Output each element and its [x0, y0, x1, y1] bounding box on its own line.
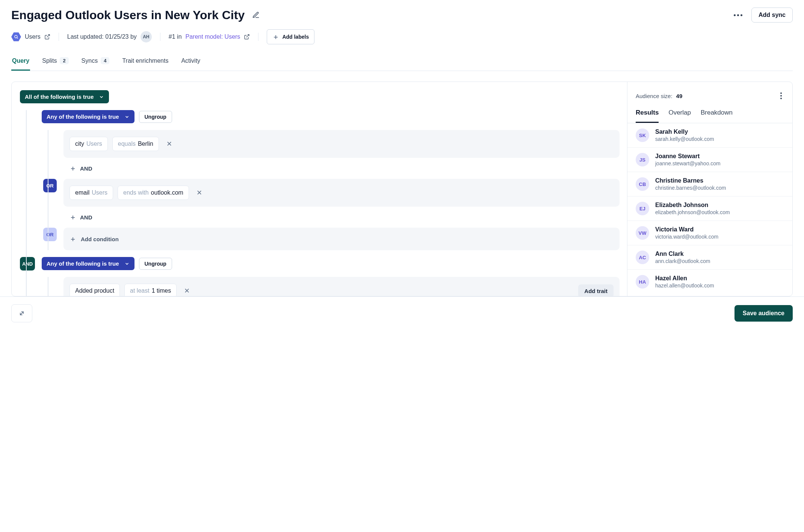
meta-row: Users Last updated: 01/25/23 by AH #1 in… — [11, 29, 793, 44]
preview-tabs: Results Overlap Breakdown — [627, 101, 792, 123]
ungroup-button[interactable]: Ungroup — [139, 111, 172, 123]
edit-title-icon[interactable] — [250, 9, 262, 21]
plus-icon: ＋ — [70, 234, 76, 243]
svg-line-4 — [20, 312, 23, 315]
chevron-down-icon — [124, 261, 130, 266]
operator-chip[interactable]: ends withoutlook.com — [118, 186, 189, 200]
list-item[interactable]: JS Joanne Stewartjoanne.stewart@yahoo.co… — [627, 148, 792, 172]
list-item[interactable]: VW Victoria Wardvictoria.ward@outlook.co… — [627, 221, 792, 245]
remove-condition-icon[interactable]: ✕ — [181, 285, 193, 296]
plus-icon: ＋ — [272, 32, 279, 41]
preview-tab-results[interactable]: Results — [636, 109, 659, 123]
model-hexagon-icon — [11, 32, 21, 42]
list-item[interactable]: HA Hazel Allenhazel.allen@outlook.com — [627, 270, 792, 294]
avatar: SK — [636, 128, 649, 142]
preview-menu-icon[interactable] — [778, 90, 784, 101]
add-sync-button[interactable]: Add sync — [751, 8, 793, 23]
svg-line-3 — [246, 35, 249, 37]
or-badge-disabled[interactable]: OR — [43, 228, 57, 241]
remove-condition-icon[interactable]: ✕ — [193, 187, 205, 198]
main-tabs: Query Splits2 Syncs4 Trait enrichments A… — [11, 53, 793, 71]
external-link-icon[interactable] — [44, 34, 50, 40]
plus-icon: ＋ — [70, 164, 76, 173]
ungroup-button[interactable]: Ungroup — [139, 258, 172, 270]
avatar: AC — [636, 251, 649, 264]
results-list: SK Sarah Kellysarah.kelly@outlook.com JS… — [627, 123, 792, 294]
svg-line-2 — [47, 35, 49, 37]
preview-tab-overlap[interactable]: Overlap — [668, 109, 691, 123]
and-badge[interactable]: AND — [20, 257, 35, 271]
add-trait-button[interactable]: Add trait — [578, 284, 614, 296]
external-link-icon — [244, 34, 250, 40]
more-menu-icon[interactable] — [731, 11, 745, 19]
audience-size: Audience size:49 — [636, 93, 682, 99]
sub-group-selector[interactable]: Any of the following is true — [42, 110, 135, 123]
chevron-down-icon — [124, 114, 130, 119]
list-item[interactable]: AC Ann Clarkann.clark@outlook.com — [627, 245, 792, 270]
svg-line-1 — [17, 38, 18, 39]
remove-condition-icon[interactable]: ✕ — [163, 138, 175, 150]
add-condition-row[interactable]: ＋Add condition — [63, 228, 620, 250]
tab-syncs[interactable]: Syncs4 — [81, 53, 110, 71]
preview-tab-breakdown[interactable]: Breakdown — [701, 109, 733, 123]
condition-row: emailUsers ends withoutlook.com ✕ — [63, 179, 620, 207]
sub-group-selector[interactable]: Any of the following is true — [42, 257, 135, 270]
tab-activity[interactable]: Activity — [180, 53, 201, 71]
root-group-selector[interactable]: All of the following is true — [20, 90, 109, 103]
save-audience-button[interactable]: Save audience — [734, 305, 793, 322]
svg-point-0 — [15, 35, 17, 38]
field-chip[interactable]: cityUsers — [70, 137, 108, 151]
add-and-button[interactable]: ＋AND — [63, 158, 620, 179]
add-labels-button[interactable]: ＋ Add labels — [267, 29, 314, 44]
or-badge[interactable]: OR — [43, 179, 57, 192]
list-item[interactable]: CB Christine Barneschristine.barnes@outl… — [627, 172, 792, 196]
list-item[interactable]: EJ Elizabeth Johnsonelizabeth.johnson@ou… — [627, 196, 792, 221]
avatar: CB — [636, 177, 649, 191]
divider — [160, 33, 160, 41]
last-updated: Last updated: 01/25/23 by AH — [67, 31, 152, 42]
parent-model-link[interactable]: #1 in Parent model: Users — [169, 33, 250, 40]
query-panel: All of the following is true Any of the … — [11, 82, 793, 296]
tab-query[interactable]: Query — [11, 53, 30, 71]
divider — [59, 33, 59, 41]
model-label: Users — [25, 33, 41, 40]
condition-row: cityUsers equalsBerlin ✕ — [63, 130, 620, 158]
operator-chip[interactable]: equalsBerlin — [112, 137, 159, 151]
author-avatar[interactable]: AH — [141, 31, 152, 42]
expand-icon[interactable] — [11, 304, 32, 322]
tab-splits[interactable]: Splits2 — [41, 53, 69, 71]
footer: Save audience — [0, 296, 804, 330]
model-chip[interactable]: Users — [11, 32, 50, 42]
add-and-button[interactable]: ＋AND — [63, 207, 620, 228]
avatar: EJ — [636, 202, 649, 215]
query-builder: All of the following is true Any of the … — [12, 82, 627, 296]
preview-panel: Audience size:49 Results Overlap Breakdo… — [627, 82, 792, 296]
avatar: JS — [636, 153, 649, 166]
page-title: Engaged Outlook Users in New York City — [11, 8, 245, 22]
avatar: HA — [636, 275, 649, 289]
tab-trait-enrichments[interactable]: Trait enrichments — [121, 53, 169, 71]
avatar: VW — [636, 226, 649, 240]
chevron-down-icon — [99, 94, 104, 100]
list-item[interactable]: SK Sarah Kellysarah.kelly@outlook.com — [627, 123, 792, 148]
plus-icon: ＋ — [70, 213, 76, 222]
operator-chip[interactable]: at least1 times — [124, 284, 177, 296]
header: Engaged Outlook Users in New York City A… — [11, 8, 793, 23]
field-chip[interactable]: emailUsers — [70, 186, 113, 200]
divider — [258, 33, 258, 41]
condition-row: Added product at least1 times ✕ Add trai… — [63, 277, 620, 296]
event-chip[interactable]: Added product — [70, 284, 120, 296]
